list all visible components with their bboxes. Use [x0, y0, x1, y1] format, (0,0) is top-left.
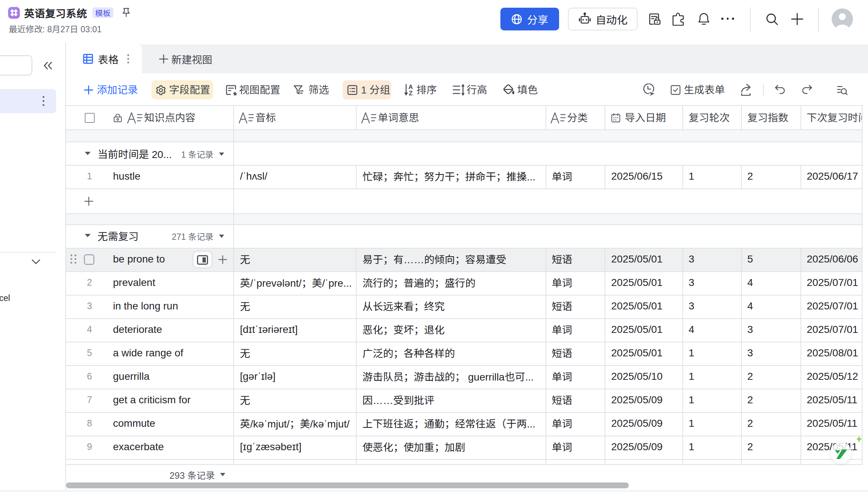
svg-text:Z: Z — [409, 90, 412, 96]
